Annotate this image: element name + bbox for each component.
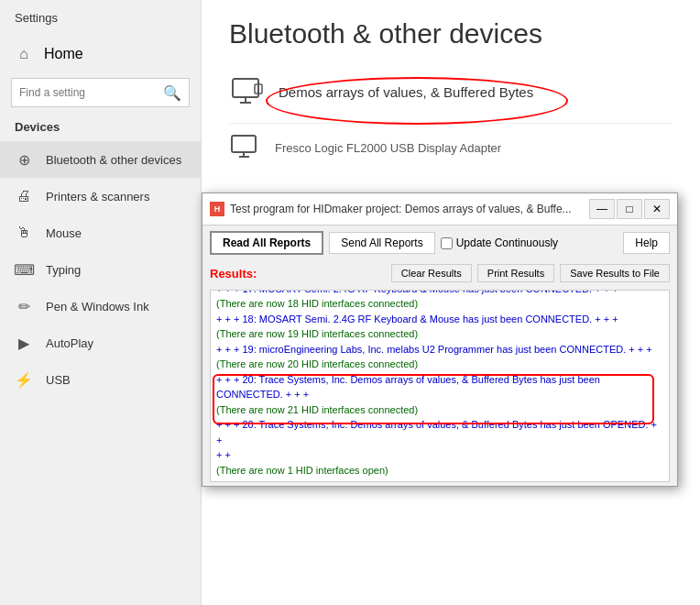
sidebar-label-typing: Typing [46, 263, 81, 277]
app-title: Settings [0, 0, 201, 36]
log-line-11: + + + 20: Trace Systems, Inc. Demos arra… [216, 417, 663, 447]
results-area[interactable]: (There are now 16 HID interfaces connect… [210, 290, 670, 482]
sidebar-label-pen: Pen & Windows Ink [46, 300, 149, 314]
page-title: Bluetooth & other devices [229, 18, 673, 50]
dialog: H Test program for HIDmaker project: Dem… [202, 192, 678, 487]
log-line-4: (There are now 18 HID interfaces connect… [216, 296, 663, 312]
update-continuously-checkbox[interactable] [441, 237, 453, 249]
send-all-reports-button[interactable]: Send All Reports [329, 232, 434, 254]
devices-header: Devices [0, 116, 201, 141]
bluetooth-icon: ⊕ [15, 150, 33, 169]
sidebar-item-bluetooth[interactable]: ⊕ Bluetooth & other devices [0, 141, 201, 178]
fresco-icon [229, 133, 262, 162]
printer-icon: 🖨 [15, 187, 33, 205]
demo-device-wrapper: Demos arrays of values, & Buffered Bytes [279, 84, 533, 100]
log-line-12: + + [216, 447, 663, 463]
dialog-titlebar: H Test program for HIDmaker project: Dem… [202, 193, 677, 226]
print-results-button[interactable]: Print Results [477, 264, 554, 282]
log-line-5: + + + 18: MOSART Semi. 2.4G RF Keyboard … [216, 312, 663, 327]
close-button[interactable]: ✕ [644, 199, 670, 219]
results-header: Results: Clear Results Print Results Sav… [202, 260, 677, 286]
update-continuously-text: Update Continuously [456, 236, 558, 249]
help-button[interactable]: Help [623, 232, 670, 254]
demo-device-item: Demos arrays of values, & Buffered Bytes [229, 64, 673, 119]
demo-device-icon [229, 73, 266, 110]
log-line-6: (There are now 19 HID interfaces connect… [216, 326, 663, 342]
usb-icon: ⚡ [15, 370, 33, 389]
sidebar-item-pen[interactable]: ✏ Pen & Windows Ink [0, 288, 201, 324]
sidebar-item-typing[interactable]: ⌨ Typing [0, 251, 201, 288]
sidebar-label-mouse: Mouse [46, 226, 82, 240]
sidebar-label-bluetooth: Bluetooth & other devices [46, 153, 181, 167]
home-icon: ⌂ [15, 45, 33, 63]
sidebar-item-autoplay[interactable]: ▶ AutoPlay [0, 324, 201, 361]
sidebar-item-printers[interactable]: 🖨 Printers & scanners [0, 178, 201, 214]
pen-icon: ✏ [15, 297, 33, 315]
sidebar-label-autoplay: AutoPlay [46, 336, 93, 350]
dialog-app-icon: H [210, 202, 224, 216]
dialog-title: Test program for HIDmaker project: Demos… [230, 203, 584, 215]
fresco-device: Fresco Logic FL2000 USB Display Adapter [229, 123, 673, 162]
sidebar-item-mouse[interactable]: 🖱 Mouse [0, 214, 201, 251]
log-line-9: + + + 20: Trace Systems, Inc. Demos arra… [216, 372, 663, 402]
log-line-10: (There are now 21 HID interfaces connect… [216, 402, 663, 418]
log-line-13: (There are now 1 HID interfaces open) [216, 463, 663, 478]
log-line-7: + + + 19: microEngineering Labs, Inc. me… [216, 342, 663, 358]
keyboard-icon: ⌨ [15, 260, 33, 279]
search-input[interactable] [19, 86, 163, 99]
sidebar-label-printers: Printers & scanners [46, 190, 149, 204]
log-line-8: (There are now 20 HID interfaces connect… [216, 357, 663, 372]
demo-device-name: Demos arrays of values, & Buffered Bytes [279, 84, 533, 100]
save-results-button[interactable]: Save Results to File [560, 264, 670, 282]
home-label: Home [44, 46, 83, 62]
autoplay-icon: ▶ [15, 334, 33, 352]
results-label: Results: [210, 267, 386, 280]
mouse-icon: 🖱 [15, 224, 33, 242]
update-continuously-label[interactable]: Update Continuously [441, 236, 558, 249]
sidebar: Settings ⌂ Home 🔍 Devices ⊕ Bluetooth & … [0, 0, 202, 605]
clear-results-button[interactable]: Clear Results [391, 264, 472, 282]
fresco-device-name: Fresco Logic FL2000 USB Display Adapter [275, 141, 501, 155]
display-adapter-icon [231, 135, 260, 160]
read-all-reports-button[interactable]: Read All Reports [210, 231, 323, 255]
dialog-toolbar: Read All Reports Send All Reports Update… [202, 226, 677, 260]
svg-rect-4 [232, 136, 256, 152]
maximize-button[interactable]: □ [617, 199, 642, 219]
search-box[interactable]: 🔍 [11, 78, 190, 107]
log-line-3: + + + 17: MOSART Semi. 2.4G RF Keyboard … [216, 290, 663, 296]
sidebar-item-home[interactable]: ⌂ Home [0, 36, 201, 72]
search-icon: 🔍 [163, 84, 181, 102]
monitor-icon [231, 77, 264, 106]
sidebar-label-usb: USB [46, 373, 71, 387]
minimize-button[interactable]: — [589, 199, 615, 219]
sidebar-item-usb[interactable]: ⚡ USB [0, 361, 201, 398]
dialog-controls: — □ ✕ [589, 199, 670, 219]
